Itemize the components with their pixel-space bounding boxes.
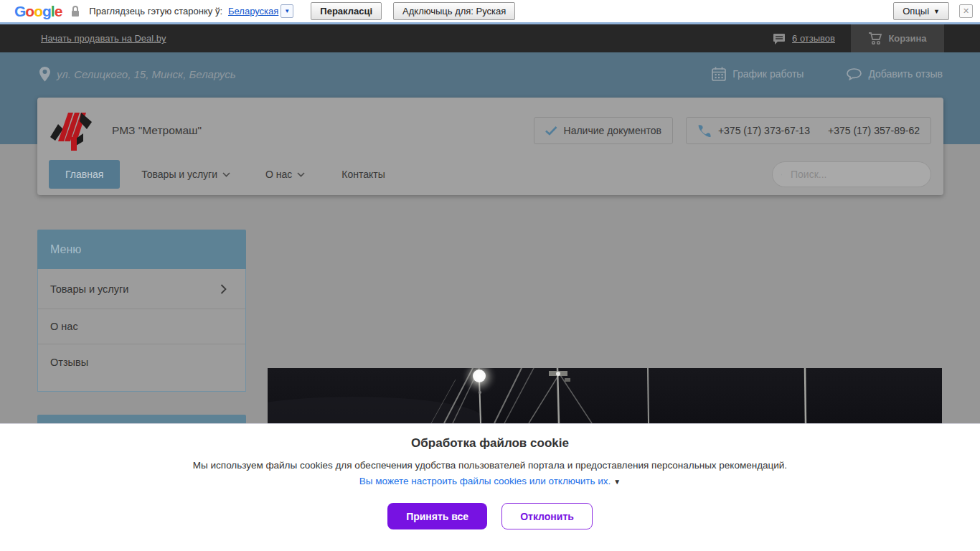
google-logo-letter: o bbox=[34, 3, 42, 20]
caret-down-icon: ▼ bbox=[613, 478, 621, 486]
google-logo-letter: o bbox=[25, 3, 34, 20]
google-logo-letter: e bbox=[55, 3, 62, 20]
cookie-consent-panel: Обработка файлов cookie Мы используем фа… bbox=[0, 423, 980, 551]
nav-products-label: Товары и услуги bbox=[141, 169, 217, 180]
google-logo: G o o g l e bbox=[14, 3, 62, 20]
chat-icon bbox=[773, 33, 786, 44]
options-label: Опцыі bbox=[903, 6, 929, 17]
speech-bubble-icon bbox=[847, 68, 862, 80]
sidebar-menu: Меню Товары и услуги О нас Отзывы bbox=[37, 230, 246, 392]
sidebar-item-label: Отзывы bbox=[50, 357, 88, 368]
google-logo-letter: g bbox=[42, 3, 51, 20]
chevron-down-icon bbox=[222, 172, 230, 177]
nav-about-dropdown[interactable]: О нас bbox=[265, 169, 305, 180]
search-input[interactable] bbox=[789, 168, 922, 181]
lock-icon bbox=[70, 5, 80, 17]
search-icon[interactable] bbox=[781, 168, 782, 182]
phone-number: +375 (17) 357-89-62 bbox=[828, 125, 920, 136]
sidebar-menu-title: Меню bbox=[37, 230, 246, 269]
decline-cookies-button[interactable]: Отклонить bbox=[501, 503, 593, 529]
google-logo-letter: G bbox=[14, 3, 25, 20]
sidebar-item-reviews[interactable]: Отзывы bbox=[38, 344, 245, 380]
nav-home[interactable]: Главная bbox=[49, 160, 120, 189]
address-text: ул. Селицкого, 15, Минск, Беларусь bbox=[57, 68, 236, 80]
cookie-message: Мы используем файлы cookies для обеспече… bbox=[0, 460, 980, 471]
cart-icon bbox=[868, 32, 882, 45]
options-button[interactable]: Опцыі ▼ bbox=[893, 2, 949, 20]
sidebar-item-about[interactable]: О нас bbox=[38, 309, 245, 344]
caret-down-icon: ▼ bbox=[933, 8, 940, 15]
nav-contacts[interactable]: Контакты bbox=[341, 169, 385, 180]
company-card: РМЗ "Метромаш" Наличие документов +375 (… bbox=[37, 98, 943, 195]
chevron-down-icon bbox=[297, 172, 305, 177]
close-translate-bar-button[interactable]: ✕ bbox=[959, 4, 973, 18]
sidebar-item-label: О нас bbox=[50, 321, 78, 332]
phone-icon bbox=[697, 124, 711, 138]
sidebar-item-label: Товары и услуги bbox=[50, 283, 128, 295]
work-schedule-link[interactable]: График работы bbox=[712, 67, 804, 81]
calendar-icon bbox=[712, 67, 726, 81]
second-sidebar-box-header bbox=[37, 415, 246, 423]
location-pin-icon bbox=[39, 67, 50, 82]
cookie-title: Обработка файлов cookie bbox=[0, 436, 980, 451]
company-card-top-row: РМЗ "Метромаш" Наличие документов +375 (… bbox=[49, 108, 931, 154]
add-review-link[interactable]: Добавить отзыв bbox=[847, 68, 943, 80]
cart-button[interactable]: Корзина bbox=[851, 24, 944, 52]
language-dropdown-button[interactable]: ▼ bbox=[281, 4, 293, 18]
work-schedule-label: График работы bbox=[732, 68, 804, 80]
nav-products-dropdown[interactable]: Товары и услуги bbox=[141, 169, 230, 180]
nav-about-label: О нас bbox=[265, 169, 292, 180]
marketplace-topbar: Начать продавать на Deal.by 6 отзывов Ко… bbox=[0, 24, 980, 52]
spacer bbox=[944, 24, 980, 52]
check-icon bbox=[545, 126, 557, 136]
company-nav: Главная Товары и услуги О нас Контакты bbox=[49, 160, 931, 189]
add-review-label: Добавить отзыв bbox=[868, 68, 943, 80]
disable-translate-button[interactable]: Адключыць для: Руская bbox=[393, 2, 515, 20]
documents-badge[interactable]: Наличие документов bbox=[534, 117, 673, 144]
page: G o o g l e Праглядзець гэтую старонку ў… bbox=[0, 0, 980, 551]
start-selling-link[interactable]: Начать продавать на Deal.by bbox=[41, 33, 166, 44]
language-link[interactable]: Беларуская bbox=[228, 6, 278, 17]
sidebar-menu-list: Товары и услуги О нас Отзывы bbox=[37, 269, 246, 392]
documents-label: Наличие документов bbox=[564, 125, 661, 136]
cookie-buttons: Принять все Отклонить bbox=[0, 503, 980, 529]
search-box bbox=[772, 161, 931, 187]
company-banner-photo bbox=[268, 368, 942, 423]
chevron-right-icon bbox=[220, 284, 227, 294]
company-name: РМЗ "Метромаш" bbox=[112, 124, 202, 137]
sidebar-item-products[interactable]: Товары и услуги bbox=[38, 269, 245, 309]
accept-cookies-button[interactable]: Принять все bbox=[387, 503, 487, 529]
cart-label: Корзина bbox=[888, 33, 926, 44]
company-logo bbox=[49, 110, 93, 151]
night-photo-graphic bbox=[268, 368, 942, 423]
phone-numbers[interactable]: +375 (17) 373-67-13 +375 (17) 357-89-62 bbox=[686, 117, 931, 144]
google-translate-bar: G o o g l e Праглядзець гэтую старонку ў… bbox=[0, 0, 980, 24]
cookie-settings-link[interactable]: Вы можете настроить файлы cookies или от… bbox=[359, 476, 621, 486]
company-address: ул. Селицкого, 15, Минск, Беларусь bbox=[39, 67, 236, 82]
translate-button[interactable]: Перакласці bbox=[311, 2, 382, 20]
reviews-link[interactable]: 6 отзывов bbox=[773, 33, 835, 44]
cookie-settings-label: Вы можете настроить файлы cookies или от… bbox=[359, 476, 611, 486]
phone-number: +375 (17) 373-67-13 bbox=[718, 125, 810, 136]
address-row: ул. Селицкого, 15, Минск, Беларусь Графи… bbox=[0, 63, 980, 85]
translate-prompt: Праглядзець гэтую старонку ў: bbox=[89, 6, 222, 17]
reviews-label: 6 отзывов bbox=[792, 33, 835, 44]
